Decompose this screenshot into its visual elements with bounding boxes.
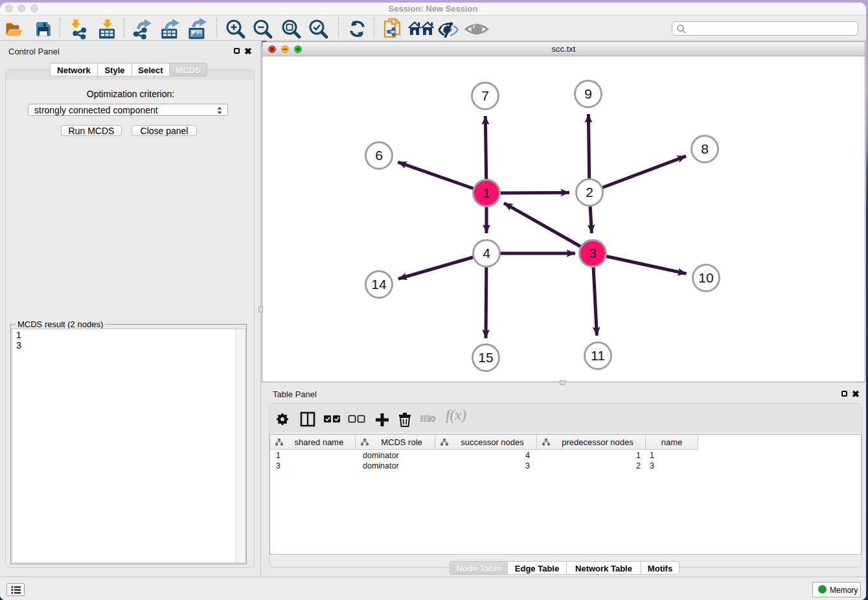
svg-text:8: 8 [701,141,709,156]
svg-text:7: 7 [481,88,489,103]
svg-text:14: 14 [371,277,387,292]
svg-text:2: 2 [586,185,593,200]
svg-text:1: 1 [483,185,490,200]
svg-text:9: 9 [584,86,592,101]
svg-text:3: 3 [589,246,597,260]
svg-text:4: 4 [483,246,490,260]
svg-text:6: 6 [375,148,383,163]
svg-text:15: 15 [478,350,493,365]
svg-text:11: 11 [591,348,605,363]
svg-text:10: 10 [698,270,713,285]
